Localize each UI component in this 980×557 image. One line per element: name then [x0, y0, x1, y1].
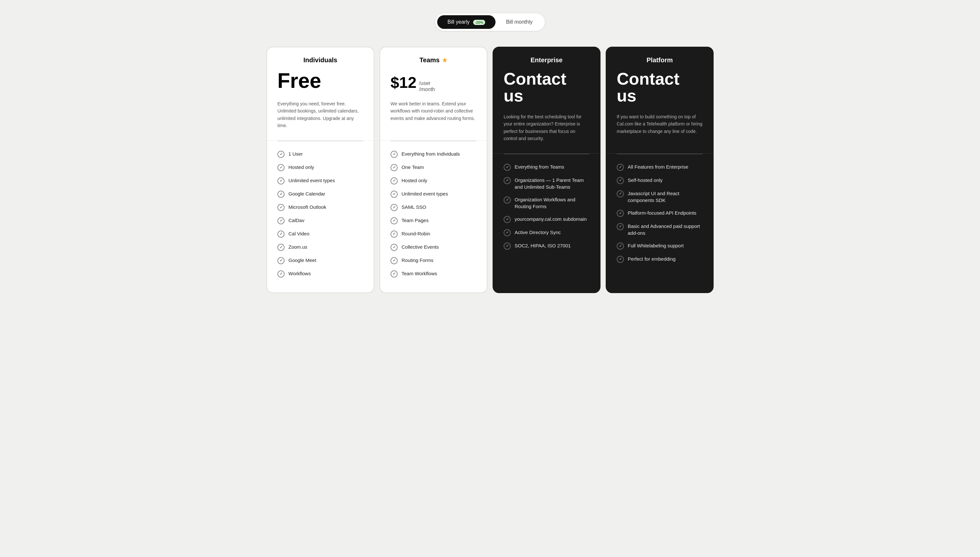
feature-label: Team Workflows	[401, 270, 437, 277]
plan-price-meta-teams: /user/month	[419, 80, 435, 93]
feature-label: Round-Robin	[401, 230, 430, 237]
feature-item: One Team	[390, 164, 476, 171]
feature-item: SOC2, HIPAA, ISO 27001	[504, 242, 590, 250]
feature-label: Active Directory Sync	[515, 229, 561, 236]
plan-name-teams: Teams★	[390, 56, 476, 64]
plan-header-teams: Teams★$12/user/monthWe work better in te…	[380, 47, 487, 141]
check-icon	[390, 164, 398, 171]
bill-monthly-button[interactable]: Bill monthly	[496, 15, 543, 29]
check-icon	[390, 178, 398, 184]
check-icon	[390, 231, 398, 238]
feature-label: Routing Forms	[401, 257, 433, 264]
check-icon	[390, 217, 398, 224]
feature-label: yourcompany.cal.com subdomain	[515, 216, 587, 222]
plan-price-row-enterprise: Contact us	[504, 70, 590, 105]
feature-item: Cal Video	[278, 230, 363, 238]
feature-item: Platform-focused API Endpoints	[617, 209, 702, 217]
billing-btn-group: Bill yearly -20% Bill monthly	[435, 13, 545, 31]
feature-label: Google Calendar	[288, 190, 325, 197]
plan-card-enterprise: EnterpriseContact usLooking for the best…	[492, 47, 601, 293]
feature-item: Javascript UI and React components SDK	[617, 190, 702, 204]
plan-price-enterprise: Contact us	[504, 70, 590, 104]
feature-item: Zoom.us	[278, 243, 363, 251]
feature-label: All Features from Enterprise	[628, 163, 688, 170]
plan-header-platform: PlatformContact usIf you want to build s…	[606, 47, 713, 154]
feature-label: Cal Video	[288, 230, 309, 237]
check-icon	[278, 151, 284, 158]
check-icon	[504, 229, 511, 236]
feature-label: Perfect for embedding	[628, 256, 676, 262]
check-icon	[278, 270, 284, 277]
plans-grid: IndividualsFreeEverything you need, fore…	[267, 47, 713, 293]
feature-item: Workflows	[278, 270, 363, 277]
check-icon	[390, 204, 398, 211]
check-icon	[617, 177, 624, 184]
check-icon	[617, 210, 624, 217]
star-icon: ★	[442, 57, 447, 64]
feature-label: One Team	[401, 164, 424, 171]
feature-item: Everything from Teams	[504, 163, 590, 171]
feature-item: Organizations — 1 Parent Team and Unlimi…	[504, 177, 590, 190]
feature-item: Collective Events	[390, 243, 476, 251]
feature-item: CalDav	[278, 217, 363, 224]
feature-item: yourcompany.cal.com subdomain	[504, 216, 590, 223]
feature-item: Organization Workflows and Routing Forms	[504, 196, 590, 210]
plan-price-row-individuals: Free	[278, 70, 363, 93]
plan-description-individuals: Everything you need, forever free. Unlim…	[278, 100, 363, 133]
feature-label: Javascript UI and React components SDK	[628, 190, 702, 204]
check-icon	[504, 197, 511, 204]
check-icon	[390, 270, 398, 277]
feature-item: Perfect for embedding	[617, 256, 702, 263]
check-icon	[504, 243, 511, 250]
feature-label: SOC2, HIPAA, ISO 27001	[515, 242, 571, 249]
check-icon	[390, 191, 398, 198]
plan-price-teams: $12	[390, 70, 416, 91]
feature-item: Round-Robin	[390, 230, 476, 238]
check-icon	[278, 204, 284, 211]
plan-card-platform: PlatformContact usIf you want to build s…	[606, 47, 713, 293]
plan-price-row-teams: $12/user/month	[390, 70, 476, 93]
feature-label: CalDav	[288, 217, 304, 224]
check-icon	[278, 231, 284, 238]
plan-card-teams: Teams★$12/user/monthWe work better in te…	[379, 47, 488, 293]
feature-label: Workflows	[288, 270, 311, 277]
feature-item: Self-hosted only	[617, 177, 702, 184]
check-icon	[617, 243, 624, 250]
feature-label: Zoom.us	[288, 243, 307, 250]
plan-description-platform: If you want to build something on top of…	[617, 113, 702, 146]
check-icon	[504, 164, 511, 171]
yearly-label: Bill yearly	[447, 19, 470, 24]
plan-name-enterprise: Enterprise	[504, 56, 590, 64]
feature-item: Unlimited event types	[278, 177, 363, 184]
feature-item: Google Calendar	[278, 190, 363, 198]
check-icon	[617, 190, 624, 197]
monthly-label: Bill monthly	[506, 19, 533, 24]
feature-label: Google Meet	[288, 257, 316, 264]
check-icon	[278, 164, 284, 171]
feature-item: All Features from Enterprise	[617, 163, 702, 171]
bill-yearly-button[interactable]: Bill yearly -20%	[437, 15, 496, 29]
plan-description-teams: We work better in teams. Extend your wor…	[390, 100, 476, 133]
feature-label: 1 User	[288, 150, 303, 157]
feature-item: Team Pages	[390, 217, 476, 224]
check-icon	[504, 177, 511, 184]
feature-label: SAML SSO	[401, 204, 426, 210]
feature-label: Everything from Teams	[515, 163, 564, 170]
feature-item: Active Directory Sync	[504, 229, 590, 236]
feature-label: Collective Events	[401, 243, 439, 250]
plan-features-individuals: 1 UserHosted onlyUnlimited event typesGo…	[267, 142, 374, 292]
feature-label: Platform-focused API Endpoints	[628, 209, 696, 216]
check-icon	[390, 257, 398, 264]
feature-label: Organization Workflows and Routing Forms	[515, 196, 590, 210]
check-icon	[504, 216, 511, 223]
plan-features-enterprise: Everything from TeamsOrganizations — 1 P…	[493, 154, 600, 292]
check-icon	[278, 191, 284, 198]
plan-description-enterprise: Looking for the best scheduling tool for…	[504, 113, 590, 146]
feature-item: SAML SSO	[390, 204, 476, 211]
feature-label: Full Whitelabeling support	[628, 242, 684, 249]
plan-header-enterprise: EnterpriseContact usLooking for the best…	[493, 47, 600, 154]
feature-item: Microsoft Outlook	[278, 204, 363, 211]
check-icon	[390, 151, 398, 158]
check-icon	[617, 164, 624, 171]
feature-label: Microsoft Outlook	[288, 204, 326, 210]
